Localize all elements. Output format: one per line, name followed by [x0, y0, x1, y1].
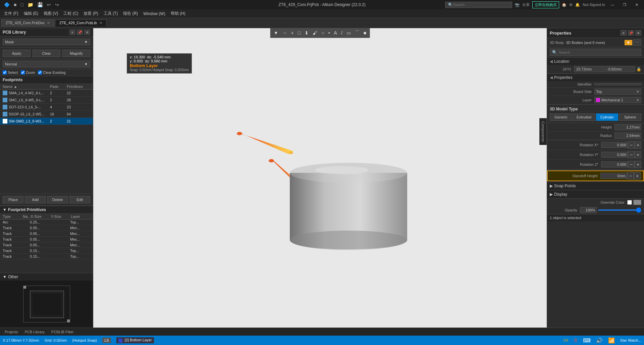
standoff-minus[interactable]: −	[627, 172, 634, 180]
layer-dropdown[interactable]: Mechanical 1 ▼	[594, 97, 641, 103]
display-header[interactable]: ▶ Display	[547, 190, 644, 199]
rp-close-btn[interactable]: ✕	[635, 30, 641, 36]
model-type-generic[interactable]: Generic	[550, 113, 572, 121]
color-swatch[interactable]	[633, 200, 641, 205]
rotation-y-minus[interactable]: −	[628, 151, 635, 158]
restore-btn[interactable]: ❐	[620, 1, 629, 8]
status-icon-2[interactable]: 英	[574, 338, 578, 343]
override-color-checkbox[interactable]	[627, 200, 632, 205]
fp-row-sw[interactable]: SW-SMD_L3_9-W3... 2 21	[0, 118, 93, 125]
prim-row-track4[interactable]: Track 0.05... Mec...	[0, 242, 93, 248]
lock-icon[interactable]: 🔒	[636, 67, 641, 71]
line-icon[interactable]: /	[340, 30, 344, 36]
body-filter-btn[interactable]: ▼	[625, 40, 632, 45]
rotation-y-plus[interactable]: +	[635, 151, 641, 158]
properties-header[interactable]: ◀ Properties	[547, 74, 644, 81]
mask-dropdown[interactable]: Mask ▼	[3, 39, 90, 45]
components-side-tab[interactable]: Components	[539, 118, 547, 145]
panel-pin-btn[interactable]: 📌	[77, 30, 83, 35]
primitives-header[interactable]: ▼ Footprint Primitives	[0, 206, 93, 214]
menu-place[interactable]: 放置 (P)	[81, 10, 101, 17]
prim-row-track5[interactable]: Track 0.15... Top...	[0, 248, 93, 254]
download-icon[interactable]: ⬇	[303, 30, 310, 36]
status-icon-1[interactable]: CK	[564, 338, 569, 342]
rotation-x-plus[interactable]: +	[635, 141, 641, 149]
text-icon[interactable]: A	[333, 30, 338, 36]
share-btn[interactable]: 分享	[522, 2, 530, 7]
model-type-cylinder[interactable]: Cylinder	[596, 113, 619, 121]
tab-close-pcblib[interactable]: ✕	[99, 21, 102, 25]
rect2-icon[interactable]: ▭	[345, 30, 352, 36]
filter-icon[interactable]: ▼	[272, 30, 280, 36]
prop-search-input[interactable]	[558, 50, 626, 54]
board-side-dropdown[interactable]: Top ▼	[594, 89, 641, 95]
prim-row-track2[interactable]: Track 0.05... Mec...	[0, 231, 93, 237]
dot-icon[interactable]: •	[327, 30, 331, 36]
undo-icon[interactable]: ↩	[46, 1, 52, 8]
rotation-z-plus[interactable]: +	[635, 161, 641, 168]
snap-points-header[interactable]: ▶ Snap Points	[547, 182, 644, 190]
input-method-icon[interactable]: ⌨	[583, 337, 591, 344]
buy-btn[interactable]: 立即在线购买	[532, 1, 559, 8]
account-icon[interactable]: Not Signed In	[583, 3, 605, 7]
menu-view[interactable]: 视图 (V)	[41, 10, 61, 17]
full-rect-icon[interactable]: ■	[362, 30, 368, 36]
location-header[interactable]: ◀ Location	[547, 58, 644, 65]
normal-dropdown[interactable]: Normal ▼	[3, 61, 90, 67]
standoff-plus[interactable]: +	[634, 172, 641, 180]
zoom-checkbox[interactable]	[21, 70, 25, 75]
x-value[interactable]: 23.72mm	[574, 66, 604, 72]
rotation-z-input[interactable]: 0.000	[601, 161, 628, 167]
identifier-value[interactable]	[594, 83, 641, 85]
arc-icon[interactable]: ⌒	[354, 29, 361, 37]
icon4[interactable]: 💾	[36, 1, 44, 8]
camera-icon[interactable]: 📷	[515, 3, 520, 7]
menu-project[interactable]: 工程 (C)	[61, 10, 81, 17]
rotation-x-input[interactable]: 0.000	[601, 142, 628, 148]
tab-projects[interactable]: Projects	[1, 329, 21, 335]
tab-close-pcbdoc[interactable]: ✕	[47, 21, 50, 25]
clear-existing-checkbox[interactable]	[38, 70, 42, 75]
menu-edit[interactable]: 编辑 (E)	[21, 10, 41, 17]
home-icon[interactable]: 🏠	[562, 3, 567, 7]
network-icon[interactable]: 📶	[608, 337, 615, 344]
icon1[interactable]: ■	[12, 1, 18, 8]
tab-pcblib-filter[interactable]: PCBLIB Filter	[48, 329, 77, 335]
rp-pin-btn[interactable]: 📌	[628, 30, 634, 36]
tab-pcblib[interactable]: ZTE_429_Com.PcbLib ✕	[55, 19, 106, 27]
icon3[interactable]: 📁	[26, 1, 35, 8]
redo-icon[interactable]: ↪	[54, 1, 60, 8]
delete-btn[interactable]: Delete	[47, 196, 68, 203]
clear-existing-checkbox-label[interactable]: Clear Existing	[38, 70, 66, 75]
icon2[interactable]: □	[19, 1, 24, 8]
tab-pcbdoc[interactable]: ZTE_429_Com.PcbDoc ✕	[1, 19, 54, 27]
magnify-btn[interactable]: Magnify	[62, 50, 90, 57]
rect-icon[interactable]: □	[297, 30, 302, 36]
model-type-sphere[interactable]: Sphere	[619, 113, 641, 121]
fp-row-smc[interactable]: SMC_L6_9-W5_9-L... 2 28	[0, 97, 93, 104]
circle-icon[interactable]: ○	[320, 30, 325, 36]
brush-icon[interactable]: 🖌	[311, 30, 319, 36]
prim-row-track3[interactable]: Track 0.05... Mec...	[0, 237, 93, 242]
close-btn[interactable]: ✕	[632, 1, 641, 8]
zoom-checkbox-label[interactable]: Zoom	[21, 70, 35, 75]
menu-report[interactable]: 报告 (R)	[120, 10, 141, 17]
fp-row-sot[interactable]: SOT-223-3_L6_5-... 4 23	[0, 104, 93, 111]
title-search-input[interactable]	[453, 3, 506, 7]
canvas-area[interactable]: ▼ → + □ ⬇ 🖌 ○ • A / ▭ ⌒ ■ x: 19.300 dx: …	[93, 28, 547, 328]
rotation-z-minus[interactable]: −	[628, 161, 635, 168]
panel-close-btn[interactable]: ✕	[84, 30, 90, 35]
opacity-slider[interactable]	[598, 209, 641, 211]
menu-help[interactable]: 帮助 (H)	[168, 10, 188, 17]
prim-row-arc[interactable]: Arc 0.25... Top...	[0, 219, 93, 225]
select-checkbox-label[interactable]: Select	[3, 70, 18, 75]
panel-menu-btn[interactable]: ≡	[69, 30, 75, 35]
fp-row-sma[interactable]: SMA_L4_4-W2_8-L... 2 22	[0, 90, 93, 97]
edit-btn[interactable]: Edit	[69, 196, 90, 203]
other-header[interactable]: ▼ Other	[0, 273, 93, 281]
radius-input[interactable]: 2.54mm	[614, 133, 641, 139]
arrow-icon[interactable]: →	[281, 30, 288, 36]
prim-row-track1[interactable]: Track 0.05... Mec...	[0, 225, 93, 231]
apply-btn[interactable]: Apply	[3, 50, 31, 57]
standoff-input[interactable]: 0mm	[600, 173, 627, 179]
